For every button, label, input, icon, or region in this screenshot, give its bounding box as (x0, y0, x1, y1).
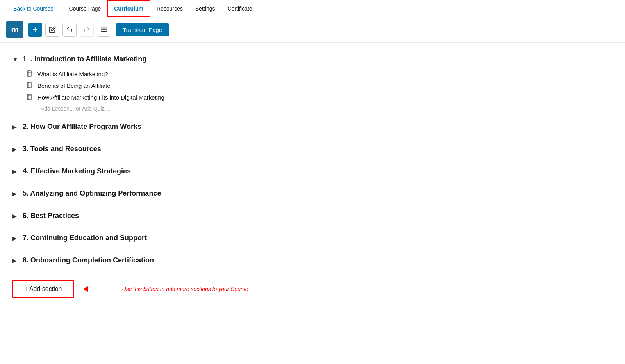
section-8-header[interactable]: ▶ 8. Onboarding Completion Certification (12, 253, 339, 268)
tab-certificate[interactable]: Certificate (221, 0, 259, 17)
arrow-head-icon (83, 286, 88, 292)
add-lesson-link[interactable]: Add Lesson... (41, 105, 74, 112)
add-section-annotation: Use this button to add more sections to … (83, 286, 248, 292)
section-7-title-full: 7. Continuing Education and Support (23, 234, 147, 242)
lesson-title-2: Benefits of Being an Affiliate (38, 82, 111, 89)
section-8: ▶ 8. Onboarding Completion Certification (12, 253, 339, 268)
collapse-icon-1: ▼ (12, 56, 19, 62)
expand-icon-6: ▶ (12, 213, 19, 219)
redo-button[interactable] (80, 23, 94, 37)
tab-curriculum[interactable]: Curriculum (107, 0, 150, 17)
section-8-title-full: 8. Onboarding Completion Certification (23, 256, 154, 264)
section-1: ▼ 1. Introduction to Affiliate Marketing… (12, 52, 339, 112)
nav-tabs: Course Page Curriculum Resources Setting… (63, 0, 259, 17)
or-separator: or (76, 105, 80, 112)
redo-icon (83, 26, 90, 33)
undo-button[interactable] (62, 23, 77, 37)
expand-icon-8: ▶ (12, 257, 19, 264)
section-5-title-full: 5. Analyzing and Optimizing Performance (23, 189, 161, 198)
section-2-title-full: 2. How Our Affiliate Program Works (23, 123, 141, 131)
section-1-header[interactable]: ▼ 1. Introduction to Affiliate Marketing (12, 52, 339, 66)
section-7: ▶ 7. Continuing Education and Support (12, 231, 339, 245)
section-4: ▶ 4. Effective Marketing Strategies (12, 164, 339, 178)
section-5: ▶ 5. Analyzing and Optimizing Performanc… (12, 186, 339, 201)
editor-toolbar: m + Translate Page (0, 17, 625, 43)
expand-icon-5: ▶ (12, 191, 19, 197)
add-quiz-link[interactable]: Add Quiz... (82, 105, 109, 112)
section-3-title-full: 3. Tools and Resources (23, 145, 101, 153)
expand-icon-3: ▶ (12, 146, 19, 152)
add-section-button[interactable]: + Add section (12, 280, 74, 298)
translate-page-button[interactable]: Translate Page (116, 23, 169, 36)
menu-button[interactable] (97, 23, 111, 37)
curriculum-content: ▼ 1. Introduction to Affiliate Marketing… (0, 43, 352, 310)
lesson-doc-icon-3 (27, 94, 34, 101)
lesson-title-3: How Affiliate Marketing Fits into Digita… (38, 94, 164, 101)
back-to-courses-link[interactable]: ← Back to Courses (6, 5, 54, 12)
lesson-doc-icon-2 (27, 82, 34, 89)
section-6-header[interactable]: ▶ 6. Best Practices (12, 209, 339, 223)
section-3: ▶ 3. Tools and Resources (12, 142, 339, 156)
section-4-title-full: 4. Effective Marketing Strategies (23, 167, 131, 175)
add-button[interactable]: + (28, 23, 42, 37)
tab-course-page[interactable]: Course Page (63, 0, 107, 17)
section-3-header[interactable]: ▶ 3. Tools and Resources (12, 142, 339, 156)
section-6-title-full: 6. Best Practices (23, 212, 79, 220)
lesson-item-1[interactable]: What is Affiliate Marketing? (27, 68, 339, 80)
arrow-shaft (88, 289, 119, 289)
app-logo: m (6, 21, 23, 38)
pencil-icon (49, 26, 56, 33)
hamburger-icon (100, 26, 107, 33)
tab-resources[interactable]: Resources (150, 0, 189, 17)
section-1-lessons: What is Affiliate Marketing? Benefits of… (27, 68, 339, 112)
lesson-item-3[interactable]: How Affiliate Marketing Fits into Digita… (27, 91, 339, 103)
lesson-title-1: What is Affiliate Marketing? (38, 71, 108, 77)
annotation-text: Use this button to add more sections to … (122, 286, 248, 292)
section-1-title: 1 (23, 55, 27, 63)
top-navigation: ← Back to Courses Course Page Curriculum… (0, 0, 625, 17)
lesson-doc-icon (27, 70, 34, 77)
section-5-header[interactable]: ▶ 5. Analyzing and Optimizing Performanc… (12, 186, 339, 201)
add-section-area: + Add section Use this button to add mor… (12, 280, 339, 298)
expand-icon-2: ▶ (12, 124, 19, 130)
lesson-item-2[interactable]: Benefits of Being an Affiliate (27, 80, 339, 91)
expand-icon-7: ▶ (12, 235, 19, 241)
add-lesson-row: Add Lesson... or Add Quiz... (41, 105, 339, 112)
section-2: ▶ 2. How Our Affiliate Program Works (12, 120, 339, 134)
section-7-header[interactable]: ▶ 7. Continuing Education and Support (12, 231, 339, 245)
edit-button[interactable] (45, 23, 59, 37)
undo-icon (66, 26, 73, 33)
tab-settings[interactable]: Settings (189, 0, 221, 17)
section-6: ▶ 6. Best Practices (12, 209, 339, 223)
section-2-header[interactable]: ▶ 2. How Our Affiliate Program Works (12, 120, 339, 134)
section-1-title-text: . Introduction to Affiliate Marketing (30, 55, 146, 63)
expand-icon-4: ▶ (12, 168, 19, 175)
section-4-header[interactable]: ▶ 4. Effective Marketing Strategies (12, 164, 339, 178)
